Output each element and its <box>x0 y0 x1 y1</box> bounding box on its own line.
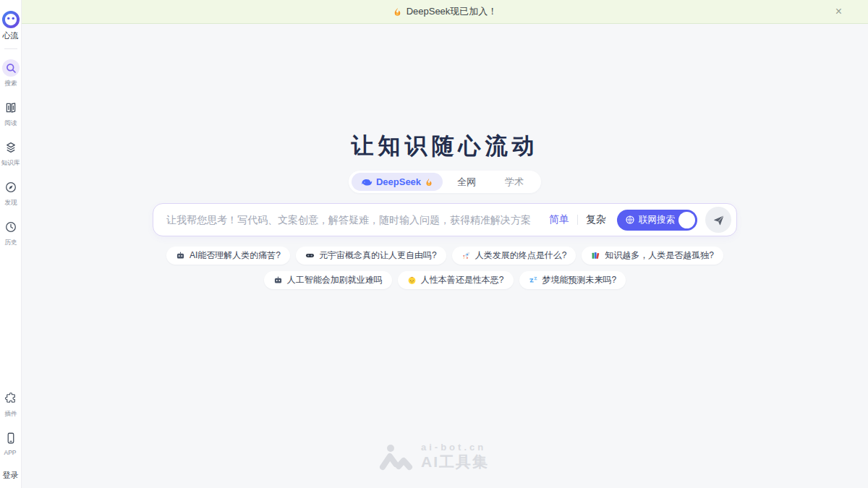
toggle-knob <box>678 212 695 228</box>
sidebar-item-label: APP <box>4 449 17 456</box>
sidebar-divider <box>4 48 17 49</box>
robot-icon <box>176 251 185 260</box>
sidebar-item-search[interactable]: 搜索 <box>2 59 20 88</box>
suggestion-row-1: AI能否理解人类的痛苦? 元宇宙概念真的让人更自由吗? 人类发展的终点是什么? … <box>22 247 868 265</box>
sidebar-logo[interactable]: 心流 <box>1 10 20 41</box>
watermark: ai-bot.cn AI工具集 <box>0 442 868 471</box>
fire-icon <box>393 7 402 17</box>
watermark-line2: AI工具集 <box>421 453 489 471</box>
chip-text: 人类发展的终点是什么? <box>475 249 567 262</box>
sidebar-item-label: 阅读 <box>4 119 17 127</box>
mode-divider <box>577 215 578 225</box>
robot-icon <box>273 275 283 285</box>
announcement-banner: DeepSeek现已加入！ × <box>22 0 868 24</box>
search-row: 简单 复杂 联网搜索 <box>22 203 868 236</box>
tabs-pill: DeepSeek 全网 学术 <box>349 171 541 193</box>
app-window: 心流 搜索 阅读 知识库 发现 历史 插件 <box>0 0 868 488</box>
suggestion-row-2: 人工智能会加剧就业难吗 人性本善还是性本恶? 梦境能预测未来吗? <box>22 271 868 289</box>
chip-text: AI能否理解人类的痛苦? <box>190 249 281 262</box>
watermark-line1: ai-bot.cn <box>421 442 489 453</box>
zzz-icon <box>529 275 538 285</box>
rocket-icon <box>461 251 471 260</box>
suggestion-chip[interactable]: 人工智能会加剧就业难吗 <box>264 271 392 289</box>
suggestion-chip[interactable]: 梦境能预测未来吗? <box>519 271 626 289</box>
suggestion-chip[interactable]: 人性本善还是性本恶? <box>398 271 514 289</box>
goggles-icon <box>305 251 315 260</box>
xinliu-logo-icon <box>1 10 20 29</box>
fire-icon <box>425 177 433 187</box>
sidebar-item-app[interactable]: APP <box>2 429 20 456</box>
suggestion-chip[interactable]: 知识越多，人类是否越孤独? <box>582 247 723 265</box>
page-title: 让知识随心流动 <box>22 131 868 161</box>
suggestion-chip[interactable]: 人类发展的终点是什么? <box>452 247 576 265</box>
sidebar-item-label: 搜索 <box>4 79 17 87</box>
sidebar-item-plugins[interactable]: 插件 <box>2 390 20 419</box>
tab-deepseek[interactable]: DeepSeek <box>352 173 443 191</box>
whale-icon <box>361 176 373 188</box>
tab-all-web[interactable]: 全网 <box>443 173 490 191</box>
sidebar-item-reading[interactable]: 阅读 <box>2 99 20 128</box>
search-input[interactable] <box>165 213 549 226</box>
tab-label: DeepSeek <box>376 176 421 187</box>
sidebar-item-history[interactable]: 历史 <box>2 218 20 247</box>
chip-text: 元宇宙概念真的让人更自由吗? <box>319 249 437 262</box>
search-mode-tabs: DeepSeek 全网 学术 <box>22 171 868 193</box>
chip-text: 人性本善还是性本恶? <box>421 274 504 286</box>
sidebar-item-knowledge-base[interactable]: 知识库 <box>1 139 20 168</box>
knowledge-icon <box>2 139 20 156</box>
ai-bot-logo-icon <box>379 443 414 471</box>
close-icon[interactable]: × <box>835 6 842 17</box>
mode-simple-option[interactable]: 简单 <box>549 213 569 226</box>
suggestion-chip[interactable]: AI能否理解人类的痛苦? <box>166 247 290 265</box>
search-box: 简单 复杂 联网搜索 <box>153 203 737 236</box>
globe-icon <box>625 215 635 225</box>
tab-academic[interactable]: 学术 <box>490 173 538 191</box>
sidebar-item-discover[interactable]: 发现 <box>2 179 20 207</box>
web-search-toggle[interactable]: 联网搜索 <box>617 210 697 231</box>
banner-text: DeepSeek现已加入！ <box>407 5 498 18</box>
sidebar-item-label: 知识库 <box>1 158 20 167</box>
books-icon <box>591 251 600 260</box>
suggestion-chip[interactable]: 元宇宙概念真的让人更自由吗? <box>296 247 446 265</box>
login-link[interactable]: 登录 <box>3 470 19 481</box>
send-button[interactable] <box>705 207 731 233</box>
logo-label: 心流 <box>3 30 19 41</box>
web-search-label: 联网搜索 <box>639 214 675 226</box>
tab-label: 全网 <box>457 176 476 189</box>
phone-icon <box>2 429 20 447</box>
paper-plane-icon <box>712 214 725 226</box>
sidebar-item-label: 历史 <box>4 238 17 247</box>
chip-text: 梦境能预测未来吗? <box>542 274 617 286</box>
history-icon <box>2 218 20 236</box>
chip-text: 知识越多，人类是否越孤独? <box>605 249 714 262</box>
puzzle-icon <box>2 390 20 407</box>
sidebar-bottom: 插件 APP 登录 <box>0 390 21 481</box>
mode-complex-option[interactable]: 复杂 <box>586 213 606 226</box>
tab-label: 学术 <box>505 176 524 189</box>
baby-icon <box>407 275 417 285</box>
sidebar-item-label: 发现 <box>4 198 17 207</box>
sidebar-item-label: 插件 <box>4 409 17 418</box>
compass-icon <box>2 179 20 196</box>
chip-text: 人工智能会加剧就业难吗 <box>287 274 383 286</box>
search-icon <box>2 59 20 77</box>
sidebar: 心流 搜索 阅读 知识库 发现 历史 插件 <box>0 0 22 488</box>
book-icon <box>2 99 20 116</box>
